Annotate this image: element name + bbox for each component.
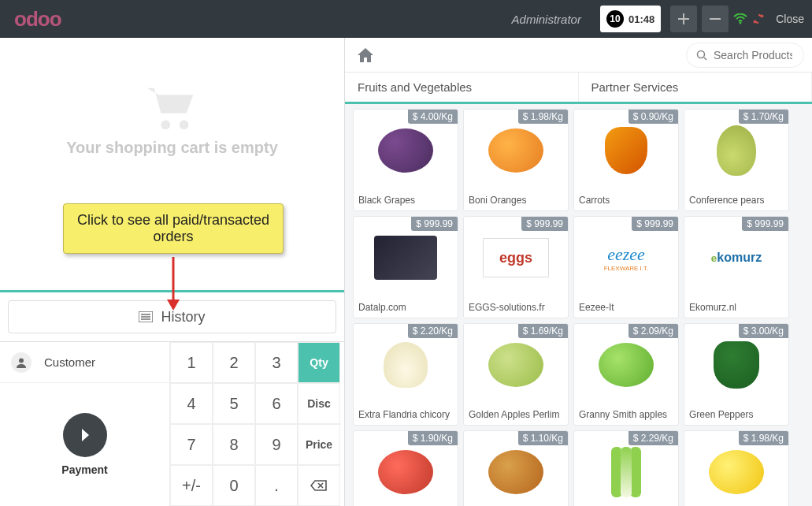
product-card[interactable]: $ 999.99eezeeFLEXWARE I.T.Eezee-It [573,216,679,318]
order-tabs: 10 01:48 [600,6,729,32]
order-number-badge: 10 [606,10,624,28]
product-card[interactable]: $ 1.90/KgIn Cluster Tomatoes [353,430,458,506]
home-icon [358,48,373,62]
product-name: Carrots [574,192,678,210]
numpad-2[interactable]: 2 [213,342,255,383]
svg-point-10 [698,50,705,58]
svg-point-9 [19,358,24,363]
price-tag: $ 2.20/Kg [408,324,458,338]
product-card[interactable]: $ 4.00/KgBlack Grapes [353,109,458,211]
svg-point-1 [740,22,742,24]
user-icon [16,357,27,368]
numpad-9[interactable]: 9 [255,424,298,465]
product-card[interactable]: $ 2.20/KgExtra Flandria chicory [353,323,458,426]
product-card[interactable]: $ 1.10/KgJonagold apples [463,430,569,506]
product-name: Eezee-It [574,299,678,318]
category-tab-fruits[interactable]: Fruits and Vegetables [345,73,579,102]
product-card[interactable]: $ 1.70/KgConference pears [684,109,789,211]
product-card[interactable]: $ 1.98/KgBoni Oranges [463,109,569,211]
price-tag: $ 999.99 [742,217,788,231]
action-pad: Customer Payment 1 2 3 Qty 4 5 6 Disc 7 [0,341,344,506]
product-name: Granny Smith apples [574,406,678,425]
product-card[interactable]: $ 999.99eggsEGGS-solutions.fr [463,216,569,318]
numpad-4[interactable]: 4 [170,383,213,424]
search-input[interactable] [714,49,792,61]
close-button[interactable]: Close [769,13,812,25]
cart-area: Your shopping cart is empty Click to see… [0,38,344,292]
product-name: Conference pears [684,192,788,210]
logo: odoo [0,7,76,32]
numpad-3[interactable]: 3 [255,342,298,383]
wifi-icon [733,13,747,24]
numpad-8[interactable]: 8 [213,424,255,465]
product-panel: Fruits and Vegetables Partner Services $… [345,38,812,506]
svg-rect-0 [710,18,721,20]
numpad-1[interactable]: 1 [170,342,213,383]
product-card[interactable]: $ 1.69/KgGolden Apples Perlim [463,323,569,426]
price-tag: $ 4.00/Kg [408,110,458,124]
minus-icon [710,13,721,24]
product-name: Datalp.com [354,299,458,318]
numpad-7[interactable]: 7 [170,424,213,465]
price-tag: $ 2.29/Kg [628,431,678,445]
product-name: Ekomurz.nl [684,299,788,318]
price-tag: $ 1.90/Kg [408,431,458,445]
numpad-backspace[interactable] [298,465,340,506]
home-button[interactable] [353,43,378,68]
price-tag: $ 2.09/Kg [628,324,678,338]
product-name: Black Grapes [354,192,458,210]
price-tag: $ 1.70/Kg [739,110,788,124]
add-order-button[interactable] [670,6,697,32]
product-card[interactable]: $ 0.90/KgCarrots [573,109,679,211]
product-name: Boni Oranges [464,192,568,210]
numpad-disc[interactable]: Disc [298,383,340,424]
connection-status[interactable] [729,13,769,25]
customer-label: Customer [44,355,95,369]
payment-label: Payment [61,463,107,476]
numpad-5[interactable]: 5 [213,383,255,424]
numpad-qty[interactable]: Qty [298,342,340,383]
cart-icon [145,85,200,132]
breadcrumb-bar [345,38,812,73]
svg-point-2 [161,121,170,130]
tutorial-callout: Click to see all paid/transacted orders [63,203,284,254]
plus-icon [678,13,689,24]
svg-line-11 [704,58,706,60]
price-tag: $ 999.99 [632,217,678,231]
order-time-label: 01:48 [628,13,654,25]
product-card[interactable]: $ 2.09/KgGranny Smith apples [573,323,679,426]
list-icon [139,311,153,322]
product-card[interactable]: $ 2.29/KgLeeks [573,430,679,506]
numpad-dot[interactable]: . [255,465,298,506]
customer-button[interactable]: Customer [0,342,170,383]
category-tab-partner[interactable]: Partner Services [579,73,813,102]
price-tag: $ 1.98/Kg [739,431,788,445]
payment-button[interactable]: Payment [0,383,170,506]
arrow-down-icon [164,257,183,312]
top-bar: odoo Administrator 10 01:48 Close [0,0,812,38]
product-name: Extra Flandria chicory [354,406,458,425]
cart-empty-text: Your shopping cart is empty [66,139,278,157]
svg-point-3 [179,121,188,130]
category-tabs: Fruits and Vegetables Partner Services [345,73,812,104]
order-tab-current[interactable]: 10 01:48 [600,6,661,32]
numpad-0[interactable]: 0 [213,465,255,506]
product-name: Green Peppers [684,406,788,425]
left-panel: Your shopping cart is empty Click to see… [0,38,345,506]
search-icon [696,50,707,61]
price-tag: $ 3.00/Kg [739,324,788,338]
remove-order-button[interactable] [702,6,729,32]
chevron-right-icon [76,426,94,444]
product-card[interactable]: $ 999.99Datalp.com [353,216,458,318]
product-grid: $ 4.00/KgBlack Grapes$ 1.98/KgBoni Orang… [345,104,812,506]
numpad-plusminus[interactable]: +/- [170,465,213,506]
numpad-6[interactable]: 6 [255,383,298,424]
product-name: Golden Apples Perlim [464,406,568,425]
product-card[interactable]: $ 3.00/KgGreen Peppers [684,323,789,426]
username-label[interactable]: Administrator [512,13,600,26]
product-card[interactable]: $ 1.98/KgLemon [684,430,789,506]
product-card[interactable]: $ 999.99ekomurzEkomurz.nl [684,216,789,318]
numpad-price[interactable]: Price [298,424,340,465]
search-box[interactable] [686,43,804,68]
price-tag: $ 0.90/Kg [628,110,678,124]
